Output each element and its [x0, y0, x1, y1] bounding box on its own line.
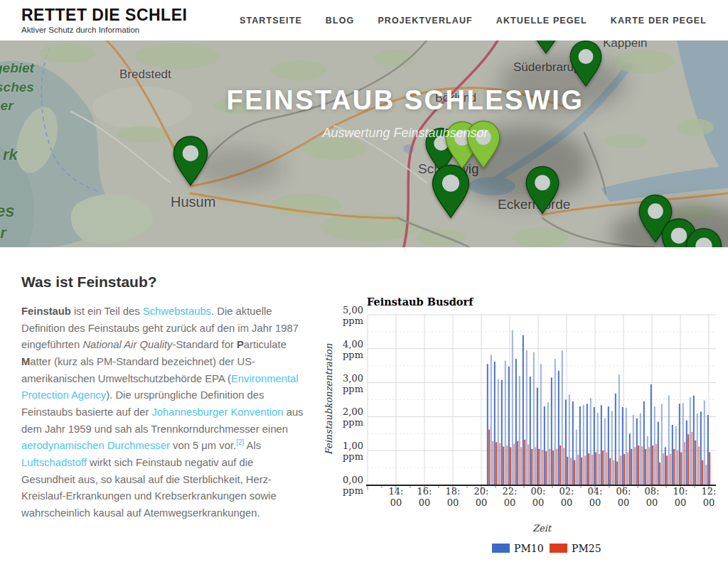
article-heading: Was ist Feinstaub? [21, 274, 309, 291]
bar-pm25 [663, 453, 664, 485]
bar-pm10 [526, 350, 528, 485]
text-segment: National Air Quality [82, 339, 172, 350]
bar-pm10 [594, 407, 595, 485]
bar-pm10 [519, 376, 520, 485]
bar-pm25 [623, 454, 625, 485]
nav-item-projektverlauf[interactable]: PROJEKTVERLAUF [378, 16, 472, 26]
text-segment: Als [244, 440, 261, 451]
bar-pm25 [506, 445, 508, 485]
svg-text:22:: 22: [503, 486, 518, 497]
map-pin [529, 40, 563, 57]
nav-item-karte-der-pegel[interactable]: KARTE DER PEGEL [611, 16, 707, 26]
text-segment: articulate [244, 339, 287, 350]
bar-pm10 [487, 364, 488, 485]
svg-text:5,00: 5,00 [343, 305, 363, 315]
inline-link[interactable]: [2] [236, 438, 244, 446]
legend-swatch-pm10 [492, 544, 510, 553]
site-tagline: Aktiver Schutz durch Information [21, 26, 187, 34]
text-segment: -Standard for [173, 339, 237, 350]
article-paragraph: Feinstaub ist ein Teil des Schwebstaubs.… [21, 303, 309, 522]
bar-pm25 [563, 448, 564, 485]
bar-pm25 [691, 432, 692, 485]
text-segment: M [21, 356, 30, 367]
inline-link[interactable]: Schwebstaubs [143, 306, 211, 317]
bar-pm25 [577, 455, 579, 485]
bar-pm25 [595, 453, 596, 485]
bar-pm10 [576, 430, 577, 485]
bar-pm25 [510, 447, 511, 485]
bar-pm25 [503, 446, 504, 485]
bar-pm10 [601, 405, 602, 485]
svg-text:10:: 10: [673, 486, 688, 497]
bar-pm25 [496, 442, 497, 485]
svg-text:4,00: 4,00 [343, 339, 363, 350]
nav-item-startseite[interactable]: STARTSEITE [240, 16, 302, 26]
bar-pm10 [661, 404, 663, 485]
chart-ylabel: Feinstaubkonzentration [323, 343, 334, 455]
svg-text:06:: 06: [616, 486, 631, 497]
bar-pm10 [562, 350, 563, 485]
main-nav: STARTSEITE BLOG PROJEKTVERLAUF AKTUELLE … [240, 0, 707, 40]
chart-legend: PM10PM25 [492, 543, 601, 554]
bar-pm25 [517, 441, 518, 485]
bar-pm10 [697, 414, 698, 485]
legend-label-pm10: PM10 [514, 543, 544, 554]
bar-pm10 [551, 377, 552, 485]
bar-pm25 [652, 445, 653, 485]
bar-pm10 [693, 396, 695, 485]
bar-pm10 [700, 411, 702, 485]
bar-pm10 [626, 408, 627, 485]
map-pin [684, 224, 724, 247]
nav-item-aktuelle-pegel[interactable]: AKTUELLE PEGEL [496, 16, 587, 26]
bar-pm25 [499, 443, 500, 485]
bar-pm25 [620, 455, 621, 485]
bar-pm10 [491, 355, 492, 485]
text-segment: von 5 μm vor. [170, 440, 236, 451]
svg-text:2,00: 2,00 [343, 406, 363, 417]
bar-pm10 [540, 364, 542, 485]
svg-text:00: 00 [589, 497, 601, 508]
bar-pm10 [682, 403, 684, 485]
bar-pm25 [531, 449, 532, 485]
svg-text:00: 00 [618, 497, 630, 508]
svg-text:16:: 16: [417, 486, 432, 497]
bar-pm25 [631, 449, 632, 485]
bar-pm25 [645, 449, 646, 485]
bar-pm10 [523, 335, 524, 485]
bar-pm25 [677, 450, 678, 485]
bar-pm10 [615, 394, 616, 485]
bar-pm25 [659, 463, 660, 485]
bar-pm25 [666, 455, 668, 485]
svg-text:00: 00 [419, 497, 431, 508]
bar-pm25 [538, 449, 540, 485]
site-logo[interactable]: RETTET DIE SCHLEI Aktiver Schutz durch I… [21, 6, 187, 34]
inline-link[interactable]: Johannesburger Konvention [151, 406, 283, 418]
svg-text:3,00: 3,00 [343, 373, 363, 384]
bar-pm10 [690, 397, 691, 485]
bar-pm10 [565, 400, 567, 485]
feinstaub-chart: 0,00ppm1,00ppm2,00ppm3,00ppm4,00ppm5,00p… [323, 293, 728, 562]
bar-pm25 [592, 455, 593, 485]
svg-text:04:: 04: [588, 486, 603, 497]
bar-pm10 [679, 404, 680, 485]
bar-pm10 [530, 377, 531, 485]
inline-link[interactable]: aerodynamischen Durchmesser [21, 440, 170, 451]
bar-pm10 [494, 362, 496, 485]
bar-pm10 [643, 401, 645, 485]
map-pin [524, 162, 561, 220]
bar-pm25 [602, 450, 604, 485]
inline-link[interactable]: Luftschadstoff [21, 457, 87, 468]
bar-pm25 [492, 441, 493, 485]
svg-text:08:: 08: [645, 486, 660, 497]
bar-pm25 [549, 449, 550, 485]
nav-item-blog[interactable]: BLOG [326, 16, 355, 26]
bar-pm10 [579, 406, 581, 485]
bar-pm25 [570, 458, 572, 485]
bar-pm10 [668, 396, 670, 485]
bar-pm10 [498, 379, 499, 485]
svg-text:14:: 14: [389, 486, 404, 497]
bar-pm10 [555, 359, 556, 485]
bar-pm25 [513, 444, 515, 485]
svg-text:00: 00 [646, 497, 658, 508]
bar-pm10 [572, 401, 574, 485]
